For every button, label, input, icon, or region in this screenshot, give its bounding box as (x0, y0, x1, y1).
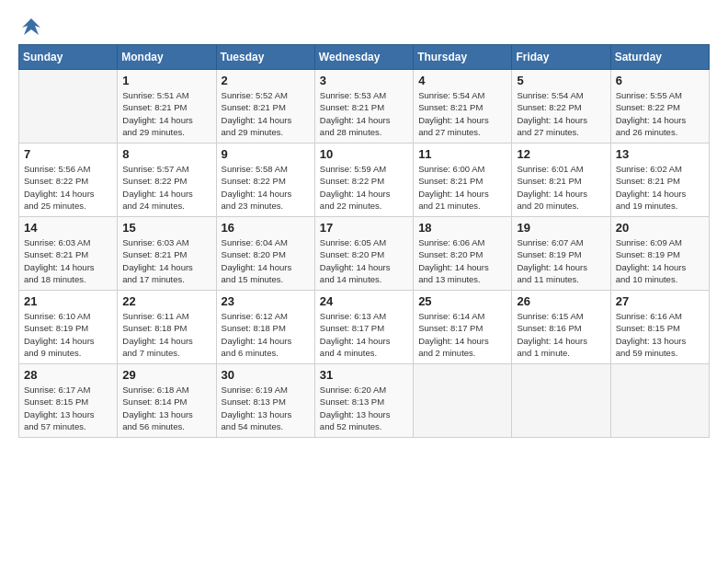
calendar-cell: 26Sunrise: 6:15 AM Sunset: 8:16 PM Dayli… (512, 291, 610, 364)
day-number: 17 (320, 221, 408, 235)
calendar-table: SundayMondayTuesdayWednesdayThursdayFrid… (18, 44, 710, 438)
calendar-cell: 27Sunrise: 6:16 AM Sunset: 8:15 PM Dayli… (610, 291, 709, 364)
calendar-cell: 6Sunrise: 5:55 AM Sunset: 8:22 PM Daylig… (610, 70, 709, 144)
calendar-week-3: 14Sunrise: 6:03 AM Sunset: 8:21 PM Dayli… (19, 217, 710, 291)
day-number: 1 (122, 74, 210, 87)
day-info: Sunrise: 5:52 AM Sunset: 8:21 PM Dayligh… (222, 89, 310, 138)
calendar-cell: 7Sunrise: 5:56 AM Sunset: 8:22 PM Daylig… (19, 144, 118, 217)
calendar-cell: 14Sunrise: 6:03 AM Sunset: 8:21 PM Dayli… (19, 217, 118, 291)
day-info: Sunrise: 5:59 AM Sunset: 8:22 PM Dayligh… (320, 163, 408, 212)
day-number: 21 (24, 294, 112, 308)
day-info: Sunrise: 6:15 AM Sunset: 8:16 PM Dayligh… (517, 310, 605, 359)
day-number: 31 (320, 368, 408, 382)
day-info: Sunrise: 6:17 AM Sunset: 8:15 PM Dayligh… (24, 384, 112, 432)
calendar-cell: 10Sunrise: 5:59 AM Sunset: 8:22 PM Dayli… (314, 144, 413, 217)
calendar-cell (512, 364, 610, 438)
calendar-cell: 4Sunrise: 5:54 AM Sunset: 8:21 PM Daylig… (414, 70, 512, 144)
calendar-week-2: 7Sunrise: 5:56 AM Sunset: 8:22 PM Daylig… (19, 144, 710, 217)
calendar-body: 1Sunrise: 5:51 AM Sunset: 8:21 PM Daylig… (19, 70, 710, 438)
day-info: Sunrise: 6:02 AM Sunset: 8:21 PM Dayligh… (616, 163, 704, 212)
day-info: Sunrise: 6:06 AM Sunset: 8:20 PM Dayligh… (418, 236, 506, 285)
day-number: 4 (418, 74, 506, 87)
day-number: 29 (122, 368, 210, 382)
weekday-header-friday: Friday (512, 45, 610, 70)
day-number: 25 (418, 294, 506, 308)
weekday-row: SundayMondayTuesdayWednesdayThursdayFrid… (19, 45, 710, 70)
day-info: Sunrise: 6:19 AM Sunset: 8:13 PM Dayligh… (222, 384, 310, 432)
day-info: Sunrise: 5:57 AM Sunset: 8:22 PM Dayligh… (122, 163, 210, 212)
day-info: Sunrise: 5:51 AM Sunset: 8:21 PM Dayligh… (122, 89, 210, 138)
day-info: Sunrise: 6:09 AM Sunset: 8:19 PM Dayligh… (616, 236, 704, 285)
day-number: 6 (616, 74, 704, 87)
day-info: Sunrise: 6:14 AM Sunset: 8:17 PM Dayligh… (418, 310, 506, 359)
calendar-header: SundayMondayTuesdayWednesdayThursdayFrid… (19, 45, 710, 70)
calendar-cell: 23Sunrise: 6:12 AM Sunset: 8:18 PM Dayli… (216, 291, 314, 364)
calendar-cell: 22Sunrise: 6:11 AM Sunset: 8:18 PM Dayli… (118, 291, 216, 364)
weekday-header-wednesday: Wednesday (314, 45, 413, 70)
calendar-cell: 18Sunrise: 6:06 AM Sunset: 8:20 PM Dayli… (414, 217, 512, 291)
day-number: 26 (517, 294, 605, 308)
day-number: 15 (122, 221, 210, 235)
day-info: Sunrise: 5:54 AM Sunset: 8:22 PM Dayligh… (517, 89, 605, 138)
day-number: 23 (222, 294, 310, 308)
day-number: 8 (122, 147, 210, 161)
calendar-cell: 9Sunrise: 5:58 AM Sunset: 8:22 PM Daylig… (216, 144, 314, 217)
calendar-cell: 28Sunrise: 6:17 AM Sunset: 8:15 PM Dayli… (19, 364, 118, 438)
day-info: Sunrise: 5:53 AM Sunset: 8:21 PM Dayligh… (320, 89, 408, 138)
weekday-header-saturday: Saturday (610, 45, 709, 70)
day-info: Sunrise: 5:58 AM Sunset: 8:22 PM Dayligh… (222, 163, 310, 212)
day-info: Sunrise: 6:11 AM Sunset: 8:18 PM Dayligh… (122, 310, 210, 359)
calendar-cell: 15Sunrise: 6:03 AM Sunset: 8:21 PM Dayli… (118, 217, 216, 291)
calendar-cell: 21Sunrise: 6:10 AM Sunset: 8:19 PM Dayli… (19, 291, 118, 364)
calendar-cell: 29Sunrise: 6:18 AM Sunset: 8:14 PM Dayli… (118, 364, 216, 438)
day-number: 22 (122, 294, 210, 308)
day-info: Sunrise: 5:55 AM Sunset: 8:22 PM Dayligh… (616, 89, 704, 138)
calendar-cell (19, 70, 118, 144)
day-number: 27 (616, 294, 704, 308)
day-number: 28 (24, 368, 112, 382)
day-number: 5 (517, 74, 605, 87)
day-number: 19 (517, 221, 605, 235)
calendar-week-4: 21Sunrise: 6:10 AM Sunset: 8:19 PM Dayli… (19, 291, 710, 364)
calendar-cell: 17Sunrise: 6:05 AM Sunset: 8:20 PM Dayli… (314, 217, 413, 291)
weekday-header-tuesday: Tuesday (216, 45, 314, 70)
weekday-header-sunday: Sunday (19, 45, 118, 70)
calendar-cell: 30Sunrise: 6:19 AM Sunset: 8:13 PM Dayli… (216, 364, 314, 438)
day-number: 30 (222, 368, 310, 382)
calendar-cell (414, 364, 512, 438)
day-number: 9 (222, 147, 310, 161)
weekday-header-thursday: Thursday (414, 45, 512, 70)
logo-icon (18, 15, 44, 40)
day-number: 7 (24, 147, 112, 161)
day-info: Sunrise: 6:03 AM Sunset: 8:21 PM Dayligh… (24, 236, 112, 285)
calendar-cell: 1Sunrise: 5:51 AM Sunset: 8:21 PM Daylig… (118, 70, 216, 144)
day-number: 11 (418, 147, 506, 161)
svg-marker-0 (22, 18, 40, 35)
calendar-week-1: 1Sunrise: 5:51 AM Sunset: 8:21 PM Daylig… (19, 70, 710, 144)
day-number: 13 (616, 147, 704, 161)
calendar-cell: 12Sunrise: 6:01 AM Sunset: 8:21 PM Dayli… (512, 144, 610, 217)
day-info: Sunrise: 6:05 AM Sunset: 8:20 PM Dayligh… (320, 236, 408, 285)
calendar-cell: 20Sunrise: 6:09 AM Sunset: 8:19 PM Dayli… (610, 217, 709, 291)
calendar-cell: 3Sunrise: 5:53 AM Sunset: 8:21 PM Daylig… (314, 70, 413, 144)
calendar-week-5: 28Sunrise: 6:17 AM Sunset: 8:15 PM Dayli… (19, 364, 710, 438)
day-info: Sunrise: 6:18 AM Sunset: 8:14 PM Dayligh… (122, 384, 210, 432)
day-info: Sunrise: 5:54 AM Sunset: 8:21 PM Dayligh… (418, 89, 506, 138)
day-info: Sunrise: 6:07 AM Sunset: 8:19 PM Dayligh… (517, 236, 605, 285)
calendar-cell: 8Sunrise: 5:57 AM Sunset: 8:22 PM Daylig… (118, 144, 216, 217)
calendar-cell: 11Sunrise: 6:00 AM Sunset: 8:21 PM Dayli… (414, 144, 512, 217)
day-number: 3 (320, 74, 408, 87)
day-number: 16 (222, 221, 310, 235)
calendar-cell: 2Sunrise: 5:52 AM Sunset: 8:21 PM Daylig… (216, 70, 314, 144)
day-info: Sunrise: 6:20 AM Sunset: 8:13 PM Dayligh… (320, 384, 408, 432)
day-number: 10 (320, 147, 408, 161)
calendar-cell (610, 364, 709, 438)
calendar-cell: 13Sunrise: 6:02 AM Sunset: 8:21 PM Dayli… (610, 144, 709, 217)
calendar-cell: 25Sunrise: 6:14 AM Sunset: 8:17 PM Dayli… (414, 291, 512, 364)
calendar-cell: 16Sunrise: 6:04 AM Sunset: 8:20 PM Dayli… (216, 217, 314, 291)
calendar-cell: 5Sunrise: 5:54 AM Sunset: 8:22 PM Daylig… (512, 70, 610, 144)
header (18, 15, 710, 40)
day-number: 12 (517, 147, 605, 161)
day-info: Sunrise: 6:01 AM Sunset: 8:21 PM Dayligh… (517, 163, 605, 212)
day-info: Sunrise: 6:03 AM Sunset: 8:21 PM Dayligh… (122, 236, 210, 285)
